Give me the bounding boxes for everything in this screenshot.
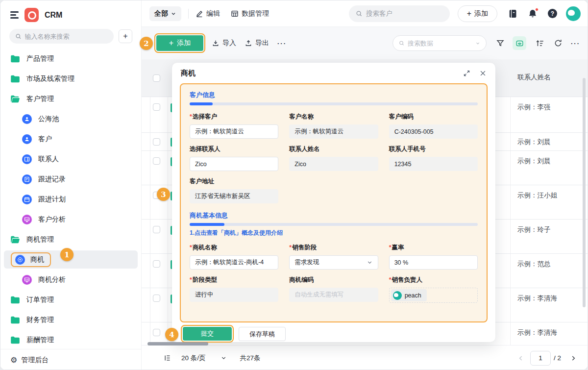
filter-funnel-icon[interactable] — [496, 39, 505, 48]
more-toolbar-button[interactable]: ··· — [571, 40, 580, 47]
app-title: CRM — [45, 11, 62, 20]
public-pool-icon — [22, 114, 32, 124]
sidebar-menu: 产品管理 市场及线索管理 客户管理 公海池 客户 联系人 — [0, 49, 141, 350]
customer-address-input: 江苏省无锡市新吴区 — [190, 189, 278, 203]
sidebar-search-input[interactable] — [25, 33, 108, 40]
close-icon[interactable] — [479, 70, 487, 77]
topbar-add-button[interactable]: + 添加 — [458, 5, 497, 22]
pencil-icon — [196, 10, 203, 18]
analysis-chart-icon — [22, 215, 32, 224]
opportunity-icon — [15, 255, 25, 265]
section-progress-bar — [190, 223, 478, 226]
sidebar-item-product-mgmt[interactable]: 产品管理 — [0, 49, 141, 69]
import-icon — [212, 39, 220, 47]
admin-console-link[interactable]: ⚙ 管理后台 — [0, 349, 141, 370]
tutorial-highlight-form: 客户信息 选择客户 示例：帆软简道云 客户名称 示例：帆软简道云 客户编码 C-… — [180, 83, 488, 322]
chevron-down-icon[interactable] — [220, 355, 227, 361]
data-table-icon — [231, 10, 239, 18]
select-contact-input[interactable]: Zico — [190, 157, 278, 171]
user-avatar[interactable] — [566, 6, 581, 21]
row-checkbox[interactable] — [153, 103, 160, 111]
sidebar-item-public-pool[interactable]: 公海池 — [0, 109, 141, 129]
field-contact-phone: 联系人手机号 12345 — [389, 145, 478, 171]
topbar: 全部 编辑 数据管理 + 添加 ? — [142, 0, 588, 27]
customer-search-input[interactable] — [366, 10, 443, 17]
sidebar-item-customer-analysis[interactable]: 客户分析 — [0, 209, 141, 229]
tutorial-step-2-badge: 2 — [140, 37, 153, 50]
sidebar-item-salary-mgmt[interactable]: 薪酬管理 — [0, 330, 141, 350]
stage-type-input: 进行中 — [190, 288, 278, 302]
sales-stage-select[interactable]: 需求发现 — [289, 255, 378, 270]
more-actions-button[interactable]: ··· — [277, 40, 287, 47]
horizontal-scrollbar[interactable] — [147, 342, 208, 345]
sidebar-item-followup-record[interactable]: 跟进记录 — [0, 169, 141, 189]
export-button[interactable]: 导出 — [245, 39, 269, 48]
sidebar-item-order-mgmt[interactable]: 订单管理 — [0, 290, 141, 310]
page-list-icon[interactable] — [164, 354, 171, 362]
edit-button[interactable]: 编辑 — [196, 9, 220, 18]
customer-search[interactable] — [349, 5, 450, 22]
tutorial-step-3-badge: 3 — [157, 188, 170, 201]
add-app-button[interactable]: + — [119, 29, 132, 43]
notification-dot — [535, 8, 539, 11]
field-select-customer: 选择客户 示例：帆软简道云 — [190, 113, 278, 139]
folder-icon — [10, 336, 20, 344]
select-all-checkbox[interactable] — [153, 74, 160, 82]
owner-tag: peach — [391, 289, 427, 301]
scope-filter-dropdown[interactable]: 全部 — [149, 6, 181, 21]
expand-icon[interactable] — [463, 70, 470, 77]
refresh-icon[interactable] — [554, 39, 563, 48]
notifications-bell-icon[interactable] — [528, 9, 538, 19]
customer-code-input: C-240305-005 — [389, 124, 478, 139]
modal-title: 商机 — [181, 69, 196, 78]
concept-help-link[interactable]: 1.点击查看「商机」概念及使用介绍 — [190, 229, 478, 237]
folder-icon — [10, 55, 20, 63]
row-checkbox[interactable] — [153, 226, 160, 233]
sidebar-item-opportunity-analysis[interactable]: 商机分析 — [0, 270, 141, 290]
opportunity-name-input[interactable]: 示例：帆软简道云-商机-4 — [190, 255, 278, 270]
sidebar-item-contact[interactable]: 联系人 — [0, 149, 141, 169]
add-record-button[interactable]: + 添加 — [156, 35, 203, 51]
sales-owner-picker[interactable]: peach — [389, 288, 478, 303]
page-size-selector[interactable]: 20 条/页 — [181, 354, 206, 363]
tutorial-step-1-badge: 1 — [60, 248, 74, 261]
sidebar-item-finance-mgmt[interactable]: 财务管理 — [0, 310, 141, 330]
row-checkbox[interactable] — [153, 295, 160, 302]
contact-phone-input: 12345 — [389, 157, 478, 171]
import-button[interactable]: 导入 — [212, 39, 236, 48]
list-toolbar: + 添加 导入 导出 ··· ··· — [142, 27, 588, 59]
row-checkbox[interactable] — [153, 329, 160, 336]
save-draft-button[interactable]: 保存草稿 — [239, 327, 286, 341]
data-search-input[interactable] — [408, 40, 472, 47]
sidebar-item-followup-plan[interactable]: 跟进计划 — [0, 189, 141, 209]
sidebar-item-customer[interactable]: 客户 — [0, 129, 141, 149]
total-pages: / 2 — [554, 354, 561, 362]
select-customer-input[interactable]: 示例：帆软简道云 — [190, 124, 278, 139]
collapse-menu-icon[interactable] — [10, 11, 19, 18]
help-icon[interactable]: ? — [548, 9, 557, 18]
win-rate-input[interactable]: 30 % — [389, 255, 478, 270]
row-checkbox[interactable] — [153, 157, 160, 165]
contacts-book-icon[interactable] — [508, 9, 517, 19]
next-page-button[interactable] — [568, 353, 579, 364]
sort-icon[interactable] — [536, 39, 544, 48]
data-search[interactable] — [392, 35, 487, 51]
field-stage-type: 阶段类型 进行中 — [190, 276, 278, 303]
current-page-input[interactable]: 1 — [530, 351, 551, 366]
previous-page-button[interactable] — [515, 353, 526, 364]
view-settings-button[interactable] — [513, 36, 526, 50]
sidebar-item-market-leads[interactable]: 市场及线索管理 — [0, 69, 141, 89]
field-contact-name: 联系人姓名 Zico — [289, 145, 378, 171]
plus-icon: + — [169, 39, 173, 48]
analysis-chart-icon — [22, 275, 32, 285]
row-checkbox[interactable] — [153, 260, 160, 268]
submit-button[interactable]: 提交 — [183, 327, 232, 341]
plus-icon: + — [467, 9, 471, 18]
owner-avatar — [393, 291, 402, 300]
row-checkbox[interactable] — [153, 138, 160, 146]
sidebar-item-opportunity-mgmt[interactable]: 商机管理 — [0, 229, 141, 249]
sidebar-item-customer-mgmt[interactable]: 客户管理 — [0, 89, 141, 109]
vertical-scrollbar[interactable] — [583, 78, 586, 307]
sidebar-search[interactable] — [9, 29, 114, 44]
data-manage-button[interactable]: 数据管理 — [231, 9, 269, 18]
